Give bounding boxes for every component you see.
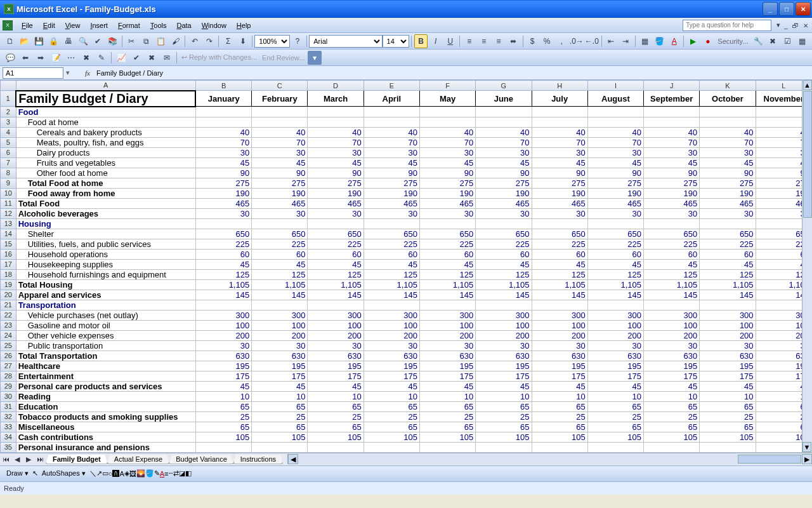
dash-style-icon[interactable]: ┄ (169, 469, 173, 478)
cell-A27[interactable]: Healthcare (16, 361, 195, 371)
cell-A17[interactable]: Housekeeping supplies (16, 259, 195, 269)
mdi-minimize-button[interactable]: _ (784, 22, 788, 29)
row-header-4[interactable]: 4 (1, 127, 16, 137)
cell-D23[interactable]: 100 (308, 320, 363, 330)
autosum-icon[interactable]: Σ (221, 34, 235, 48)
cell-J25[interactable]: 30 (644, 340, 700, 351)
cell-K3[interactable] (700, 117, 756, 127)
col-header-J[interactable]: J (644, 81, 700, 91)
fill-color-icon[interactable]: 🪣 (653, 34, 666, 48)
cell-E28[interactable]: 175 (363, 371, 419, 381)
menu-edit[interactable]: Edit (38, 20, 60, 30)
cell-J20[interactable]: 145 (644, 290, 700, 300)
row-header-27[interactable]: 27 (1, 361, 16, 371)
cell-A33[interactable]: Miscellaneous (16, 422, 195, 432)
cell-E29[interactable]: 45 (363, 381, 419, 391)
cell-K22[interactable]: 300 (700, 310, 756, 320)
cell-A34[interactable]: Cash contributions (16, 432, 195, 442)
cell-E34[interactable]: 105 (363, 432, 419, 442)
cell-J12[interactable]: 30 (644, 208, 700, 218)
cell-F7[interactable]: 45 (419, 157, 475, 168)
col-header-A[interactable]: A (16, 81, 195, 91)
cell-J2[interactable] (644, 107, 700, 117)
cell-G20[interactable]: 145 (476, 290, 532, 300)
hscroll-right-icon[interactable]: ▶ (802, 454, 812, 464)
cell-G1[interactable]: June (476, 91, 532, 107)
font-size-combo[interactable]: 14 (383, 35, 409, 48)
cell-J11[interactable]: 465 (644, 198, 700, 208)
cell-B21[interactable] (195, 300, 251, 310)
cell-J29[interactable]: 45 (644, 381, 700, 391)
cell-K23[interactable]: 100 (700, 320, 756, 330)
cell-F20[interactable]: 145 (419, 290, 475, 300)
cell-H22[interactable]: 300 (532, 310, 587, 320)
cell-H12[interactable]: 30 (532, 208, 587, 218)
cell-B25[interactable]: 30 (195, 340, 251, 351)
cell-G15[interactable]: 225 (476, 239, 532, 249)
cell-F18[interactable]: 125 (419, 269, 475, 279)
formula-text[interactable]: Family Budget / Diary (96, 69, 812, 77)
cell-C24[interactable]: 200 (252, 330, 308, 340)
cell-B10[interactable]: 190 (195, 188, 251, 198)
italic-button[interactable]: I (429, 34, 442, 48)
cell-H8[interactable]: 90 (532, 168, 587, 178)
row-header-7[interactable]: 7 (1, 157, 16, 168)
cell-I11[interactable]: 465 (587, 198, 643, 208)
row-header-17[interactable]: 17 (1, 259, 16, 269)
cell-D9[interactable]: 275 (308, 178, 363, 188)
cell-D4[interactable]: 40 (308, 127, 363, 137)
cell-K32[interactable]: 25 (700, 411, 756, 422)
cell-H31[interactable]: 65 (532, 401, 587, 411)
cell-C29[interactable]: 45 (252, 381, 308, 391)
cell-H5[interactable]: 70 (532, 137, 587, 147)
cell-C1[interactable]: February (252, 91, 308, 107)
cell-J5[interactable]: 70 (644, 137, 700, 147)
cell-J23[interactable]: 100 (644, 320, 700, 330)
cell-D34[interactable]: 105 (308, 432, 363, 442)
cell-G26[interactable]: 630 (476, 351, 532, 361)
cell-F26[interactable]: 630 (419, 351, 475, 361)
cell-E16[interactable]: 60 (363, 249, 419, 259)
cell-A2[interactable]: Food (16, 107, 195, 117)
cell-B29[interactable]: 45 (195, 381, 251, 391)
show-comment-icon[interactable]: 📝 (49, 51, 63, 65)
cell-C32[interactable]: 25 (252, 411, 308, 422)
cell-G25[interactable]: 30 (476, 340, 532, 351)
cell-C30[interactable]: 10 (252, 391, 308, 401)
line-color-icon[interactable]: ✎ (154, 469, 160, 478)
cell-D30[interactable]: 10 (308, 391, 363, 401)
cell-A26[interactable]: Total Transportation (16, 351, 195, 361)
draw-menu[interactable]: Draw ▾ (3, 469, 32, 478)
cell-E27[interactable]: 195 (363, 361, 419, 371)
row-header-33[interactable]: 33 (1, 422, 16, 432)
cell-B20[interactable]: 145 (195, 290, 251, 300)
align-right-icon[interactable]: ≡ (492, 34, 505, 48)
cell-K29[interactable]: 45 (700, 381, 756, 391)
format-painter-icon[interactable]: 🖌 (169, 34, 182, 48)
cell-E31[interactable]: 65 (363, 401, 419, 411)
col-header-E[interactable]: E (363, 81, 419, 91)
excel-doc-icon[interactable]: X (3, 20, 13, 30)
cell-D28[interactable]: 175 (308, 371, 363, 381)
scroll-thumb[interactable] (803, 91, 812, 218)
cell-K9[interactable]: 275 (700, 178, 756, 188)
cell-I3[interactable] (587, 117, 643, 127)
cell-H15[interactable]: 225 (532, 239, 587, 249)
cell-C10[interactable]: 190 (252, 188, 308, 198)
cell-K30[interactable]: 10 (700, 391, 756, 401)
cell-J30[interactable]: 10 (644, 391, 700, 401)
row-header-5[interactable]: 5 (1, 137, 16, 147)
sheet-tab-actual-expense[interactable]: Actual Expense (107, 455, 169, 464)
cell-I25[interactable]: 30 (587, 340, 643, 351)
cell-J27[interactable]: 195 (644, 361, 700, 371)
permission-icon[interactable]: 🔒 (47, 34, 60, 48)
cell-I24[interactable]: 200 (587, 330, 643, 340)
mdi-close-button[interactable]: ✕ (803, 22, 808, 29)
cell-G7[interactable]: 45 (476, 157, 532, 168)
cell-C16[interactable]: 60 (252, 249, 308, 259)
decrease-decimal-icon[interactable]: ←.0 (585, 34, 599, 48)
cell-A16[interactable]: Household operations (16, 249, 195, 259)
cell-J13[interactable] (644, 218, 700, 229)
row-header-22[interactable]: 22 (1, 310, 16, 320)
cell-F17[interactable]: 45 (419, 259, 475, 269)
